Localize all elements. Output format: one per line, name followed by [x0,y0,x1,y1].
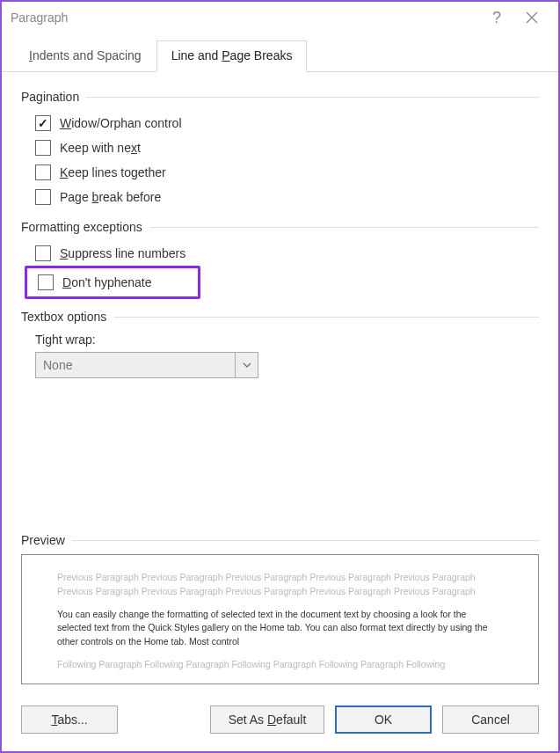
widow-orphan-row[interactable]: Widow/Orphan control [21,111,539,135]
keep-with-next-label: Keep with next [60,141,141,155]
cancel-button[interactable]: Cancel [442,705,539,734]
group-pagination: Pagination [21,90,539,104]
preview-previous-text: Previous Paragraph Previous Paragraph Pr… [57,571,503,599]
dont-hyphenate-highlight: Don't hyphenate [25,266,200,299]
group-preview: Preview [21,533,539,547]
tab-indents-spacing[interactable]: IIndents and Spacingndents and Spacing [14,40,156,72]
dont-hyphenate-label: Don't hyphenate [62,275,152,289]
suppress-line-numbers-row[interactable]: Suppress line numbers [21,241,539,266]
dont-hyphenate-checkbox[interactable] [38,274,54,290]
group-formatting-exceptions: Formatting exceptions [21,220,539,234]
preview-section: Preview Previous Paragraph Previous Para… [21,528,539,684]
keep-lines-together-label: Keep lines together [60,165,166,179]
tight-wrap-dropdown-button[interactable] [235,353,258,377]
set-as-default-button[interactable]: Set As Default [210,705,324,734]
dont-hyphenate-row[interactable]: Don't hyphenate [38,270,152,295]
paragraph-dialog: Paragraph ? IIndents and Spacingndents a… [0,0,560,753]
help-icon: ? [492,9,501,27]
dialog-content: Pagination Widow/Orphan control Keep wit… [2,72,558,693]
dialog-title: Paragraph [11,11,479,25]
suppress-line-numbers-checkbox[interactable] [35,245,51,261]
tab-line-page-breaks[interactable]: Line and Page Breaks Line and Page Break… [156,40,308,72]
tight-wrap-label: Tight wrap: [35,333,539,347]
keep-lines-together-row[interactable]: Keep lines together [21,160,539,185]
chevron-down-icon [243,362,251,368]
keep-with-next-row[interactable]: Keep with next [21,135,539,160]
page-break-before-label: Page break before [60,190,161,204]
close-button[interactable] [514,4,549,31]
keep-with-next-checkbox[interactable] [35,140,51,156]
close-icon [526,11,538,24]
widow-orphan-checkbox[interactable] [35,115,51,131]
widow-orphan-label: Widow/Orphan control [60,116,182,130]
page-break-before-checkbox[interactable] [35,189,51,205]
ok-button[interactable]: OK [335,705,432,734]
tabs-button[interactable]: Tabs... [21,705,118,734]
group-textbox-options: Textbox options [21,310,539,324]
page-break-before-row[interactable]: Page break before [21,185,539,209]
tight-wrap-section: Tight wrap: None [21,333,539,378]
titlebar: Paragraph ? [2,2,558,33]
keep-lines-together-checkbox[interactable] [35,164,51,180]
preview-following-text: Following Paragraph Following Paragraph … [57,658,503,672]
tight-wrap-select[interactable]: None [35,352,258,378]
help-button[interactable]: ? [479,4,514,31]
dialog-footer: Tabs... Set As Default OK Cancel [2,693,558,751]
content-spacer [21,378,539,519]
tight-wrap-value: None [36,353,235,377]
preview-box: Previous Paragraph Previous Paragraph Pr… [21,554,539,684]
tab-strip: IIndents and Spacingndents and Spacing L… [2,33,558,72]
preview-main-text: You can easily change the formatting of … [57,608,503,649]
suppress-line-numbers-label: Suppress line numbers [60,246,185,260]
